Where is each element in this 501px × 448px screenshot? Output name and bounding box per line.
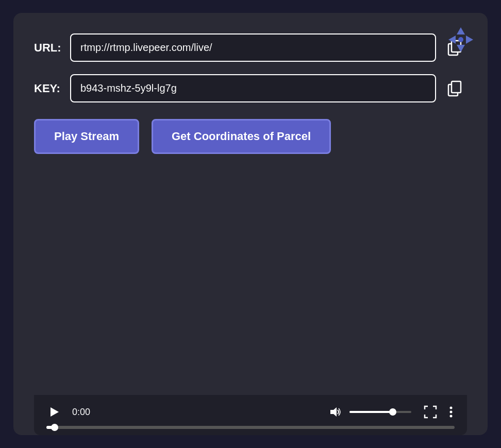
progress-thumb	[51, 424, 58, 431]
fullscreen-icon	[424, 405, 437, 419]
key-input[interactable]	[70, 74, 436, 102]
time-display: 0:00	[72, 407, 98, 418]
url-input[interactable]	[70, 33, 436, 62]
svg-point-12	[450, 411, 453, 413]
svg-rect-8	[452, 81, 461, 93]
progress-bar[interactable]	[46, 426, 455, 429]
svg-point-11	[450, 407, 453, 409]
move-icon[interactable]	[444, 23, 477, 56]
svg-marker-2	[457, 45, 465, 52]
video-controls-bar: 0:00	[34, 395, 467, 435]
volume-track	[349, 411, 411, 413]
svg-point-13	[450, 415, 453, 418]
volume-section	[327, 403, 411, 421]
key-copy-button[interactable]	[442, 76, 467, 101]
play-stream-button[interactable]: Play Stream	[34, 119, 139, 154]
url-label: URL:	[34, 41, 70, 55]
progress-fill	[46, 426, 55, 429]
volume-icon	[329, 405, 342, 419]
more-options-icon	[449, 406, 453, 418]
action-buttons-row: Play Stream Get Coordinates of Parcel	[34, 119, 467, 154]
play-icon	[48, 406, 60, 418]
player-container: URL: KEY: Play Stream Get Coordinates of…	[13, 13, 488, 435]
key-field-row: KEY:	[34, 74, 467, 102]
fullscreen-button[interactable]	[422, 403, 439, 421]
svg-point-0	[458, 37, 463, 42]
key-label: KEY:	[34, 82, 70, 95]
svg-marker-4	[466, 36, 473, 44]
svg-marker-3	[448, 36, 456, 44]
copy-key-icon	[446, 80, 463, 97]
svg-marker-9	[51, 407, 59, 417]
more-options-button[interactable]	[447, 404, 455, 420]
svg-marker-1	[457, 27, 465, 35]
url-field-row: URL:	[34, 33, 467, 62]
right-controls	[422, 403, 455, 421]
svg-marker-10	[330, 407, 337, 417]
controls-bar: 0:00	[46, 403, 455, 421]
get-coordinates-button[interactable]: Get Coordinates of Parcel	[152, 119, 331, 154]
volume-button[interactable]	[327, 403, 344, 421]
play-button[interactable]	[46, 404, 62, 420]
video-area: 0:00	[34, 166, 467, 435]
